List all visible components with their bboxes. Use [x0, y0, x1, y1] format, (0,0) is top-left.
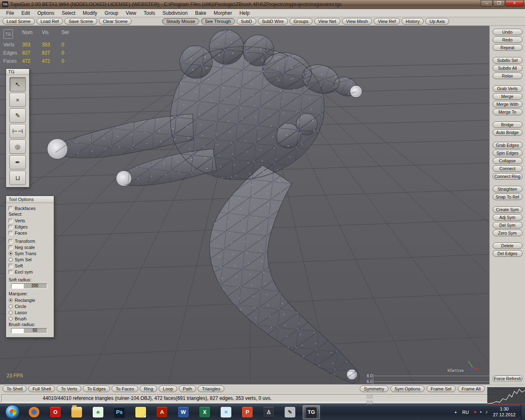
taskbar-excel[interactable]: X	[196, 405, 213, 419]
start-button[interactable]	[5, 405, 20, 419]
tool-palette-window[interactable]: TG ↖ × ✎ ⊢⊣ ◎ ✒ ⊔	[6, 68, 30, 187]
brush-radius-field[interactable]: 50	[11, 328, 47, 333]
brush-tool-button[interactable]: ◎	[9, 139, 26, 154]
bottom-toolbar-button[interactable]: To Faces	[112, 386, 138, 392]
viewport-canvas[interactable]	[0, 26, 489, 384]
pen-tool-button[interactable]: ✒	[9, 155, 26, 169]
menu-item[interactable]: Help	[236, 9, 253, 17]
taskbar-sticky-notes[interactable]	[132, 405, 149, 419]
toolbar-toggle-button[interactable]: Groups	[290, 18, 313, 25]
panel-action-button[interactable]: Create Sym	[493, 206, 523, 213]
toolbar-button[interactable]: Save Scene	[64, 18, 97, 25]
hidden-icons-button[interactable]: ▲	[454, 410, 457, 414]
menu-item[interactable]: Tools	[140, 9, 159, 17]
bottom-toolbar-button[interactable]: Frame Sel	[427, 386, 456, 392]
bottom-toolbar-button[interactable]: Symmetry	[360, 386, 388, 392]
taskbar-topogun-active[interactable]: TG	[303, 405, 320, 419]
tool-palette-title[interactable]: TG	[6, 69, 29, 75]
show-desktop-button[interactable]	[521, 404, 525, 420]
menu-item[interactable]: Group	[101, 9, 122, 17]
menu-item[interactable]: Options	[34, 9, 58, 17]
marquee-brush-radio[interactable]	[9, 317, 13, 321]
brush-radius-slider[interactable]	[11, 329, 24, 333]
bottom-toolbar-button[interactable]: Sym Options	[390, 386, 425, 392]
bottom-toolbar-button[interactable]: Triangles	[198, 386, 224, 392]
marquee-circle-radio[interactable]	[9, 304, 13, 308]
close-button[interactable]: ×	[505, 0, 524, 7]
sym-trans-radio[interactable]	[9, 251, 13, 256]
bottom-toolbar-button[interactable]: Frame All	[458, 386, 485, 392]
panel-action-button[interactable]: Grab Edges	[493, 142, 523, 148]
excl-sym-checkbox[interactable]	[9, 270, 13, 274]
panel-action-button[interactable]: Auto Bridge	[493, 129, 523, 136]
bottom-toolbar-button[interactable]: Loop	[159, 386, 177, 392]
extrude-tool-button[interactable]: ⊔	[9, 171, 26, 185]
toolbar-toggle-button[interactable]: View Net	[314, 18, 340, 25]
volume-icon[interactable]: ♪	[485, 410, 488, 414]
language-indicator[interactable]: RU	[461, 409, 470, 415]
taskbar-firefox[interactable]	[25, 405, 43, 419]
panel-action-button[interactable]: Merge With	[493, 101, 523, 107]
panel-action-button[interactable]: Connect	[493, 165, 523, 172]
menu-item[interactable]: View	[122, 9, 140, 17]
select-tool-button[interactable]: ↖	[9, 77, 26, 91]
force-refresh-button[interactable]: Force Refresh	[493, 375, 523, 382]
soft-radius-slider[interactable]	[11, 284, 24, 288]
sym-sel-radio[interactable]	[9, 258, 13, 262]
minimize-button[interactable]: –	[481, 0, 493, 7]
toolbar-button[interactable]: Clear Scene	[99, 18, 132, 25]
taskbar-word[interactable]: W	[175, 405, 192, 419]
taskbar-opera[interactable]: O	[47, 405, 64, 419]
bridge-tool-button[interactable]: ⊢⊣	[9, 124, 26, 138]
panel-action-button[interactable]: Spin Edges	[493, 150, 523, 156]
bottom-toolbar-button[interactable]: To Edges	[83, 386, 110, 392]
viewport-3d[interactable]: TG Num Vis Sel Verts 353 353 0 Edges 827…	[0, 26, 489, 384]
panel-action-button[interactable]: Subdiv Sel	[493, 57, 523, 64]
panel-action-button[interactable]: Bridge	[493, 121, 523, 128]
tray-app-icon[interactable]: ▪	[480, 410, 482, 414]
menu-item[interactable]: Modify	[79, 9, 101, 17]
marquee-rectangle-radio[interactable]	[9, 298, 13, 302]
panel-action-button[interactable]: Delete	[493, 242, 523, 249]
toolbar-toggle-button[interactable]: Up Axis	[425, 18, 449, 25]
tool-options-title[interactable]: Tool Options	[6, 196, 54, 203]
panel-action-button[interactable]: Merge	[493, 93, 523, 100]
menu-item[interactable]: Subdivision	[159, 9, 191, 17]
toolbar-button[interactable]: Load Scene	[2, 18, 35, 25]
panel-action-button[interactable]: Snap To Ref	[493, 194, 523, 200]
toolbar-toggle-button[interactable]: SubD	[237, 18, 256, 25]
toolbar-toggle-button[interactable]: View Ref	[374, 18, 400, 25]
panel-action-button[interactable]: Undo	[493, 29, 523, 35]
panel-action-button[interactable]: Grab Verts	[493, 85, 523, 92]
taskbar-plant-app[interactable]: ♣	[89, 405, 107, 419]
transform-checkbox[interactable]	[9, 239, 13, 243]
menu-item[interactable]: File	[2, 9, 18, 17]
panel-action-button[interactable]: Repeat	[493, 44, 523, 51]
toolbar-toggle-button[interactable]: SubD Wire	[258, 18, 288, 25]
delete-tool-button[interactable]: ×	[9, 93, 26, 107]
panel-action-button[interactable]: Subdiv All	[493, 65, 523, 71]
taskbar-explorer[interactable]	[68, 405, 85, 419]
soft-checkbox[interactable]	[9, 264, 13, 268]
taskbar-notepad[interactable]: ≡	[217, 405, 235, 419]
toolbar-toggle-button[interactable]: See Through	[201, 18, 235, 25]
backfaces-checkbox[interactable]	[9, 206, 13, 210]
select-faces-checkbox[interactable]	[9, 231, 13, 235]
menu-item[interactable]: Bake	[192, 9, 210, 17]
taskbar-editor-app[interactable]: ✎	[281, 405, 299, 419]
bottom-toolbar-button[interactable]: Path	[179, 386, 196, 392]
maximize-button[interactable]: ❐	[493, 0, 505, 7]
panel-action-button[interactable]: Relax	[493, 73, 523, 79]
taskbar-dark-app[interactable]: ♙	[260, 405, 277, 419]
toolbar-toggle-button[interactable]: Steady Mouse	[162, 18, 199, 25]
panel-action-button[interactable]: Straighten	[493, 186, 523, 192]
menu-item[interactable]: Select	[58, 9, 79, 17]
select-edges-checkbox[interactable]	[9, 225, 13, 229]
bottom-toolbar-button[interactable]: To Verts	[57, 386, 81, 392]
panel-action-button[interactable]: Del Edges	[493, 250, 523, 257]
panel-action-button[interactable]: Del Sym	[493, 222, 523, 228]
window-titlebar[interactable]: TG TopoGun 2.00 BETA1 W64 (NODELOCKED LI…	[0, 0, 525, 9]
taskbar-acrobat[interactable]: A	[153, 405, 171, 419]
taskbar-powerpoint[interactable]: P	[239, 405, 256, 419]
toolbar-button[interactable]: Load Ref	[37, 18, 63, 25]
